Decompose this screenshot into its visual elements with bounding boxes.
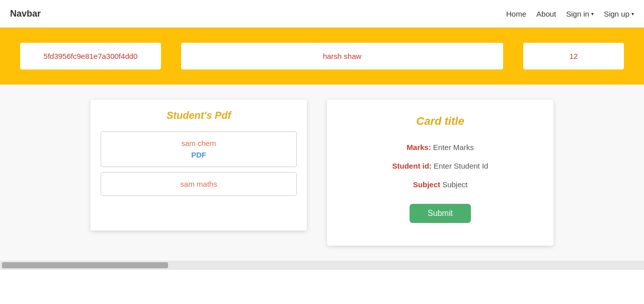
main-content: Student's Pdf sam chem PDF sam maths Car…: [0, 85, 644, 261]
pdf-card-title: Student's Pdf: [101, 110, 297, 121]
banner: 5fd3956fc9e81e7a300f4dd0 harsh shaw 12: [0, 28, 644, 85]
subject-label: Subject: [413, 180, 440, 189]
subject-value: Subject: [442, 180, 467, 189]
info-card-title: Card title: [416, 115, 464, 128]
scroll-thumb[interactable]: [2, 262, 168, 268]
navbar-links: Home About Sign in ▾ Sign up ▾: [506, 10, 634, 18]
student-id-row: Student id: Enter Student Id: [392, 162, 489, 170]
signup-caret-icon: ▾: [631, 11, 634, 17]
bottom-scrollbar[interactable]: [0, 261, 644, 270]
navbar-brand: Navbar: [10, 9, 41, 19]
subject-row: Subject Subject: [413, 180, 467, 189]
nav-home[interactable]: Home: [506, 10, 526, 18]
pdf-item-2-name: sam maths: [108, 180, 289, 188]
banner-id-card: 5fd3956fc9e81e7a300f4dd0: [20, 43, 161, 69]
pdf-item-1-name: sam chem: [108, 139, 289, 147]
banner-id: 5fd3956fc9e81e7a300f4dd0: [44, 52, 138, 60]
nav-signin-label: Sign in: [566, 10, 589, 18]
banner-name: harsh shaw: [323, 52, 362, 60]
pdf-card[interactable]: Student's Pdf sam chem PDF sam maths: [91, 100, 307, 231]
nav-signin-dropdown[interactable]: Sign in ▾: [566, 10, 594, 18]
pdf-item-1: sam chem PDF: [101, 131, 297, 167]
banner-count: 12: [570, 52, 578, 60]
student-id-label: Student id:: [392, 162, 432, 170]
nav-about[interactable]: About: [536, 10, 556, 18]
student-id-placeholder: Enter Student Id: [434, 162, 488, 170]
marks-row: Marks: Enter Marks: [407, 143, 473, 151]
marks-label: Marks:: [407, 143, 431, 151]
marks-placeholder: Enter Marks: [433, 143, 474, 151]
nav-signup-label: Sign up: [604, 10, 629, 18]
submit-button[interactable]: Submit: [410, 204, 471, 223]
signin-caret-icon: ▾: [591, 11, 594, 17]
banner-count-card: 12: [523, 43, 624, 69]
nav-signup-dropdown[interactable]: Sign up ▾: [604, 10, 634, 18]
info-card: Card title Marks: Enter Marks Student id…: [327, 100, 553, 246]
pdf-item-1-link[interactable]: PDF: [191, 150, 206, 159]
navbar: Navbar Home About Sign in ▾ Sign up ▾: [0, 0, 644, 28]
pdf-item-2: sam maths: [101, 172, 297, 196]
banner-name-card: harsh shaw: [181, 43, 503, 69]
